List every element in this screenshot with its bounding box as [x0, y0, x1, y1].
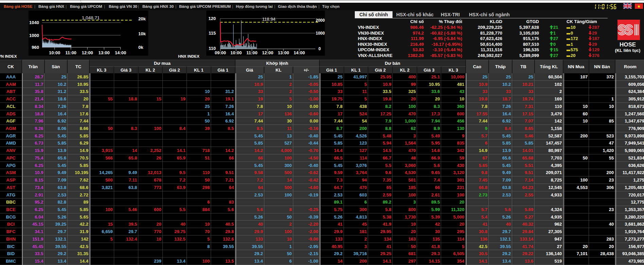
- svg-text:10:00: 10:00: [49, 50, 60, 55]
- svg-text:960: 960: [32, 45, 39, 50]
- svg-text:1000: 1000: [316, 31, 325, 36]
- svg-text:118.94: 118.94: [262, 17, 276, 22]
- svg-text:10k: 10k: [138, 31, 146, 36]
- svg-text:11:00: 11:00: [65, 50, 76, 55]
- svg-text:12:00: 12:00: [262, 50, 273, 55]
- svg-text:1,048.71: 1,048.71: [82, 15, 100, 20]
- svg-text:14:00: 14:00: [115, 50, 126, 55]
- svg-text:13:00: 13:00: [278, 50, 289, 55]
- svg-text:2000: 2000: [316, 18, 325, 23]
- svg-text:12:00: 12:00: [82, 50, 93, 55]
- svg-text:0: 0: [318, 46, 321, 51]
- svg-text:20k: 20k: [138, 16, 146, 21]
- svg-text:120: 120: [208, 16, 216, 21]
- svg-text:11:00: 11:00: [246, 50, 258, 55]
- svg-text:13:00: 13:00: [99, 50, 110, 55]
- svg-text:14:00: 14:00: [294, 50, 305, 55]
- svg-text:1000: 1000: [29, 33, 39, 38]
- svg-text:09:00: 09:00: [215, 50, 226, 55]
- svg-text:0k: 0k: [138, 45, 143, 50]
- svg-text:115: 115: [209, 31, 216, 36]
- svg-text:1040: 1040: [29, 20, 39, 25]
- svg-text:10:00: 10:00: [230, 50, 242, 55]
